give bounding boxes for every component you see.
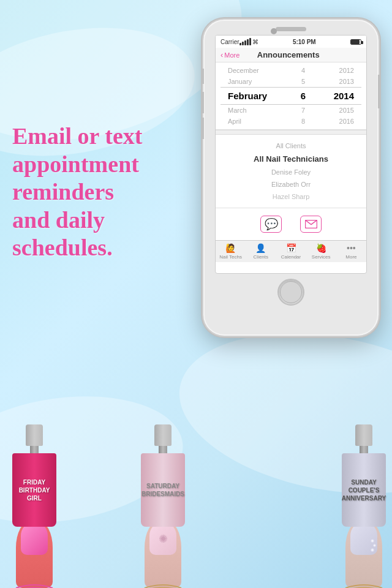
chat-button[interactable]: 💬	[260, 216, 282, 233]
calendar-icon: 📅	[286, 243, 296, 253]
picker-day-4: 4	[297, 67, 309, 74]
tab-nail-techs-label: Nail Techs	[219, 254, 242, 260]
signal-bar-2	[242, 42, 244, 45]
promo-text: Email or text appointment reminders and …	[12, 123, 172, 262]
chat-bubble-icon: 💬	[265, 217, 278, 231]
picker-year-2016: 2016	[330, 118, 354, 125]
picker-row-february-selected: February 6 2014	[216, 88, 366, 104]
bottle-label-saturday: SATURDAY Bridesmaids	[141, 482, 184, 498]
bottle-body-saturday: SATURDAY Bridesmaids	[141, 453, 185, 527]
promo-line-4: and daily	[12, 206, 172, 235]
bottle-label-friday: FRIDAY BirthdayGirl	[19, 478, 50, 502]
tab-services-label: Services	[312, 254, 331, 260]
gem-1	[371, 539, 374, 543]
picker-year-2014: 2014	[330, 91, 354, 101]
status-bar: Carrier ⌘ 5:10 PM	[216, 36, 366, 48]
gem-3	[371, 548, 374, 552]
action-buttons-area: 💬	[216, 208, 366, 240]
wifi-icon: ⌘	[252, 39, 258, 45]
list-item-all-clients[interactable]: All Clients	[216, 140, 366, 152]
finger-body-saturday: ✺	[145, 521, 181, 588]
home-button[interactable]	[277, 279, 304, 306]
nail-sunday	[350, 523, 377, 555]
technician-list[interactable]: All Clients All Nail Technicians Denise …	[216, 135, 366, 208]
home-button-inner	[280, 281, 302, 303]
phone-outer-shell: Carrier ⌘ 5:10 PM	[202, 18, 380, 337]
promo-line-2: appointment	[12, 151, 172, 179]
section-divider	[216, 130, 366, 135]
picker-month-december: December	[228, 67, 277, 74]
tab-more-label: More	[345, 254, 356, 260]
back-label: More	[224, 51, 239, 59]
bottle-body-friday: FRIDAY BirthdayGirl	[12, 453, 56, 527]
nail-polish-sunday: SUNDAY Couple'sAnniversary	[342, 424, 386, 588]
picker-row-april: April 8 2016	[216, 116, 366, 127]
picker-day-8: 8	[297, 118, 309, 125]
phone-top-bar	[276, 27, 306, 31]
bottle-body-sunday: SUNDAY Couple'sAnniversary	[342, 453, 386, 527]
picker-row-march: March 7 2015	[216, 105, 366, 116]
bottle-name-saturday: Bridesmaids	[141, 490, 184, 498]
ribbon-svg-saturday	[141, 582, 184, 588]
bottle-friday: FRIDAY BirthdayGirl	[12, 424, 56, 527]
bottle-saturday: SATURDAY Bridesmaids	[141, 424, 185, 527]
tab-calendar-label: Calendar	[281, 254, 301, 260]
list-item-hazel[interactable]: Hazel Sharp	[216, 190, 366, 203]
promo-line-3: reminders	[12, 178, 172, 206]
tab-clients[interactable]: 👤 Clients	[246, 243, 276, 260]
promo-line-1: Email or text	[12, 123, 172, 151]
picker-month-march: March	[228, 107, 277, 114]
list-item-denise[interactable]: Denise Foley	[216, 166, 366, 178]
signal-bar-4	[247, 39, 249, 45]
ribbon-sunday	[342, 582, 385, 588]
nail-polish-saturday: SATURDAY Bridesmaids ✺	[141, 424, 185, 588]
bottle-cap-sunday	[355, 424, 372, 446]
promo-line-5: schedules.	[12, 234, 172, 262]
nail-polish-section: FRIDAY BirthdayGirl	[0, 355, 392, 588]
tab-more[interactable]: ••• More	[336, 243, 366, 260]
ribbon-friday	[13, 582, 56, 588]
finger-sunday	[345, 521, 382, 588]
services-icon: 🍓	[316, 243, 326, 253]
back-button[interactable]: ‹ More	[221, 50, 239, 59]
phone-screen: Carrier ⌘ 5:10 PM	[215, 35, 367, 274]
battery-area	[350, 39, 361, 45]
nail-polish-friday: FRIDAY BirthdayGirl	[12, 424, 56, 588]
list-item-all-nail-techs[interactable]: All Nail Technicians	[216, 152, 366, 166]
email-icon	[305, 220, 317, 228]
date-picker[interactable]: December 4 2012 January 5 2013 February …	[216, 62, 366, 130]
tab-calendar[interactable]: 📅 Calendar	[276, 243, 306, 260]
ribbon-svg-friday	[13, 582, 56, 588]
battery-fill	[351, 40, 360, 44]
bottle-day-saturday: SATURDAY	[141, 482, 184, 490]
screen-title: Announcements	[239, 50, 337, 59]
clients-icon: 👤	[255, 243, 266, 253]
picker-month-january: January	[228, 78, 277, 85]
front-camera	[271, 28, 277, 34]
tab-services[interactable]: 🍓 Services	[306, 243, 336, 260]
signal-strength-icon	[239, 38, 251, 45]
phone-mockup: Carrier ⌘ 5:10 PM	[202, 18, 380, 337]
tab-nail-techs[interactable]: 🙋 Nail Techs	[216, 243, 246, 260]
picker-day-6: 6	[297, 91, 309, 101]
ribbon-svg-sunday	[342, 582, 385, 588]
carrier-label: Carrier	[221, 39, 239, 45]
list-item-elizabeth[interactable]: Elizabeth Orr	[216, 178, 366, 190]
nail-saturday: ✺	[149, 523, 176, 555]
ribbon-saturday	[141, 582, 184, 588]
back-chevron-icon: ‹	[221, 50, 223, 59]
bottle-cap-friday	[26, 424, 43, 446]
navigation-bar: ‹ More Announcements	[216, 48, 366, 62]
picker-row-january: January 5 2013	[216, 76, 366, 87]
more-icon: •••	[347, 243, 356, 253]
bottle-name-friday: BirthdayGirl	[19, 486, 50, 502]
bottle-label-sunday: SUNDAY Couple'sAnniversary	[342, 478, 386, 502]
bottle-day-sunday: SUNDAY	[342, 478, 386, 486]
nail-friday	[21, 523, 48, 555]
email-button[interactable]	[300, 216, 322, 233]
picker-year-2012: 2012	[330, 67, 354, 74]
picker-year-2013: 2013	[330, 78, 354, 85]
bottle-cap-saturday	[154, 424, 172, 446]
bottle-neck-friday	[30, 446, 39, 453]
battery-icon	[350, 39, 361, 45]
